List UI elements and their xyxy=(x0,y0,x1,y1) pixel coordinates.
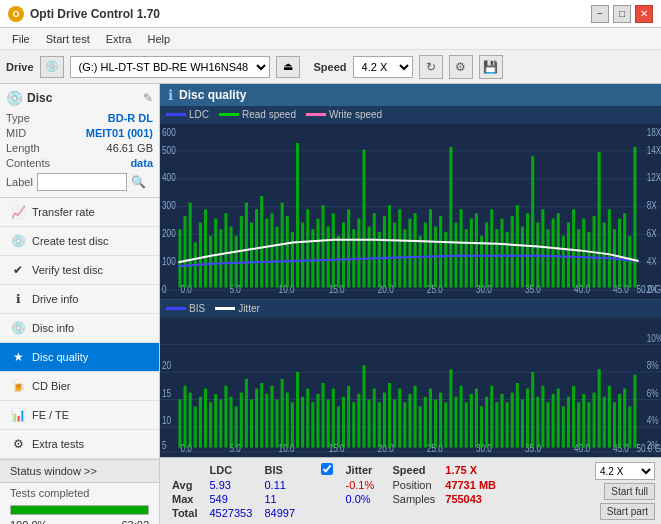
col-header-jitter: Jitter xyxy=(339,462,384,478)
drive-icon-btn[interactable]: 💿 xyxy=(40,56,64,78)
svg-rect-163 xyxy=(245,378,248,447)
svg-text:400: 400 xyxy=(162,171,176,183)
settings-button[interactable]: ⚙ xyxy=(449,55,473,79)
jitter-checkbox[interactable] xyxy=(321,463,333,475)
progress-bar-container xyxy=(10,505,149,515)
speed-select[interactable]: 4.2 X xyxy=(353,56,413,78)
svg-rect-231 xyxy=(592,392,595,447)
save-button[interactable]: 💾 xyxy=(479,55,503,79)
svg-rect-105 xyxy=(546,229,549,287)
svg-rect-73 xyxy=(383,216,386,288)
svg-rect-158 xyxy=(219,399,222,447)
minimize-button[interactable]: − xyxy=(591,5,609,23)
svg-rect-121 xyxy=(628,236,631,288)
disc-type-value: BD-R DL xyxy=(108,112,153,124)
chart-title: Disc quality xyxy=(179,88,246,102)
label-max: Max xyxy=(166,492,203,506)
disc-edit-icon[interactable]: ✎ xyxy=(143,91,153,105)
sidebar-item-fe-te[interactable]: 📊 FE / TE xyxy=(0,401,159,430)
svg-rect-221 xyxy=(541,385,544,447)
progress-time: 63:02 xyxy=(121,519,149,524)
svg-rect-236 xyxy=(618,394,621,448)
svg-rect-47 xyxy=(250,223,253,288)
avg-jitter: -0.1% xyxy=(339,478,384,492)
svg-rect-98 xyxy=(511,216,514,288)
sidebar-item-extra-tests[interactable]: ⚙ Extra tests xyxy=(0,430,159,459)
disc-type-row: Type BD-R DL xyxy=(6,112,153,124)
svg-rect-44 xyxy=(235,236,238,288)
svg-rect-214 xyxy=(506,402,509,447)
svg-text:12X: 12X xyxy=(647,171,661,183)
sidebar-item-transfer-rate[interactable]: 📈 Transfer rate xyxy=(0,198,159,227)
svg-rect-210 xyxy=(485,396,488,447)
svg-rect-54 xyxy=(286,216,289,288)
svg-rect-63 xyxy=(332,213,335,287)
menu-bar: File Start test Extra Help xyxy=(0,28,661,50)
menu-file[interactable]: File xyxy=(4,31,38,47)
sidebar-item-verify-test-disc[interactable]: ✔ Verify test disc xyxy=(0,256,159,285)
svg-rect-200 xyxy=(434,399,437,447)
legend-jitter-label: Jitter xyxy=(238,303,260,314)
start-full-button[interactable]: Start full xyxy=(604,483,655,500)
eject-button[interactable]: ⏏ xyxy=(276,56,300,78)
sidebar-label-verify-test-disc: Verify test disc xyxy=(32,264,103,276)
disc-mid-row: MID MEIT01 (001) xyxy=(6,127,153,139)
svg-rect-173 xyxy=(296,372,299,448)
col-header-ldc: LDC xyxy=(203,462,258,478)
sidebar-item-disc-info[interactable]: 💿 Disc info xyxy=(0,314,159,343)
sidebar-item-create-test-disc[interactable]: 💿 Create test disc xyxy=(0,227,159,256)
samples-value: 755043 xyxy=(441,492,502,506)
svg-rect-189 xyxy=(378,402,381,447)
disc-label-input[interactable] xyxy=(37,173,127,191)
menu-start-test[interactable]: Start test xyxy=(38,31,98,47)
svg-rect-70 xyxy=(368,227,371,288)
svg-rect-74 xyxy=(388,205,391,287)
svg-rect-119 xyxy=(618,219,621,288)
svg-rect-162 xyxy=(240,392,243,447)
label-avg: Avg xyxy=(166,478,203,492)
svg-rect-99 xyxy=(516,205,519,287)
svg-rect-193 xyxy=(398,388,401,447)
bottom-chart-container: BIS Jitter xyxy=(160,300,661,458)
svg-rect-101 xyxy=(526,213,529,287)
total-bis: 84997 xyxy=(258,506,303,520)
svg-text:500: 500 xyxy=(162,143,176,155)
status-text: Tests completed xyxy=(0,483,159,503)
transfer-rate-icon: 📈 xyxy=(10,204,26,220)
svg-rect-182 xyxy=(342,396,345,447)
start-part-button[interactable]: Start part xyxy=(600,503,655,520)
legend-bis: BIS xyxy=(166,303,205,314)
svg-text:20: 20 xyxy=(162,359,172,371)
sidebar-item-cd-bier[interactable]: 🍺 CD Bier xyxy=(0,372,159,401)
svg-rect-172 xyxy=(291,402,294,447)
menu-extra[interactable]: Extra xyxy=(98,31,140,47)
sidebar-item-disc-quality[interactable]: ★ Disc quality xyxy=(0,343,159,372)
stats-speed-select[interactable]: 4.2 X xyxy=(595,462,655,480)
svg-text:18X: 18X xyxy=(647,126,661,138)
disc-label-browse-icon[interactable]: 🔍 xyxy=(131,175,146,189)
svg-rect-181 xyxy=(337,406,340,447)
stats-bar: LDC BIS Jitter Speed 1.75 X Avg 5.93 0.1… xyxy=(160,457,661,524)
svg-rect-184 xyxy=(352,402,355,447)
status-window-button[interactable]: Status window >> xyxy=(0,460,159,483)
svg-rect-89 xyxy=(465,229,468,287)
disc-mid-label: MID xyxy=(6,127,26,139)
svg-rect-203 xyxy=(449,369,452,447)
menu-help[interactable]: Help xyxy=(139,31,178,47)
svg-rect-226 xyxy=(567,396,570,447)
stats-table-section: LDC BIS Jitter Speed 1.75 X Avg 5.93 0.1… xyxy=(166,462,595,520)
svg-rect-187 xyxy=(368,399,371,447)
cd-bier-icon: 🍺 xyxy=(10,378,26,394)
disc-length-label: Length xyxy=(6,142,40,154)
maximize-button[interactable]: □ xyxy=(613,5,631,23)
svg-rect-228 xyxy=(577,402,580,447)
close-button[interactable]: ✕ xyxy=(635,5,653,23)
drive-select[interactable]: (G:) HL-DT-ST BD-RE WH16NS48 1.D3 xyxy=(70,56,270,78)
extra-tests-icon: ⚙ xyxy=(10,436,26,452)
svg-rect-204 xyxy=(454,396,457,447)
sidebar-item-drive-info[interactable]: ℹ Drive info xyxy=(0,285,159,314)
legend-read-label: Read speed xyxy=(242,109,296,120)
svg-rect-170 xyxy=(281,378,284,447)
refresh-button[interactable]: ↻ xyxy=(419,55,443,79)
svg-rect-37 xyxy=(199,223,202,288)
